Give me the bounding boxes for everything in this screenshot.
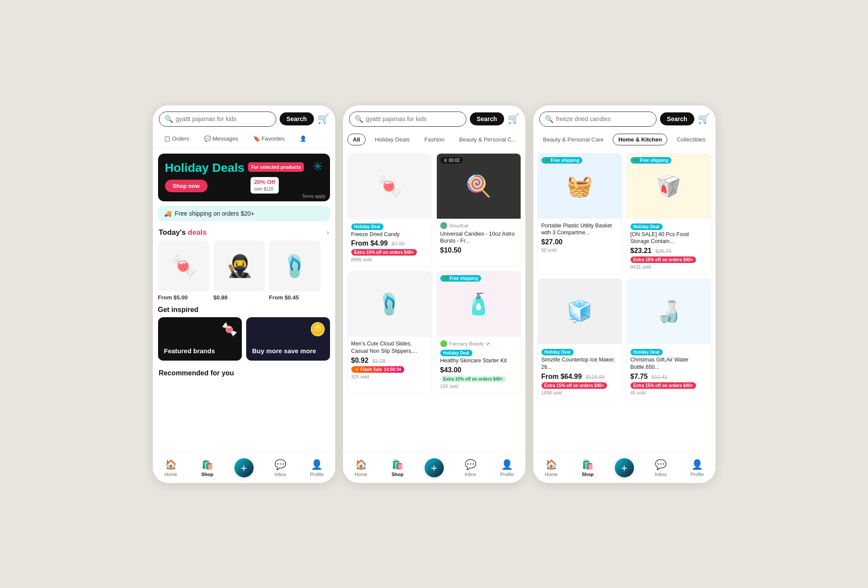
product-title-universal: Universal Candies - 10oz Astro Bursts - … — [440, 230, 517, 245]
product-sold-slides: 325 sold — [351, 374, 428, 379]
nav-shop-1[interactable]: 🛍️ Shop — [189, 459, 226, 477]
deals-chevron-icon[interactable]: › — [327, 229, 329, 237]
deal-item-3[interactable]: 🩴 From $0.45 — [269, 240, 320, 301]
nav-inbox-2[interactable]: 💬 Inbox — [452, 459, 489, 477]
nav-plus-2[interactable]: + — [416, 458, 452, 477]
cart-icon-2[interactable]: 🛒 — [508, 113, 519, 125]
featured-brands-card[interactable]: 🍬 Featured brands — [158, 317, 242, 361]
nav-home-2[interactable]: 🏠 Home — [343, 459, 380, 477]
product-card-slides[interactable]: 🩴 Men's Cute Cloud Slides, Casual Non Sl… — [347, 271, 432, 394]
product-card-universal[interactable]: 🍭 ⏸ 00:02 Smurfcat Universal Candies - 1… — [436, 153, 521, 267]
home-label-3: Home — [545, 472, 558, 477]
buy-more-card[interactable]: 🪙 Buy more save more — [246, 317, 330, 361]
product-discount-storage: Extra 15% off on orders $40+ — [630, 256, 696, 263]
shop-label-2: Shop — [392, 472, 404, 477]
tab-account[interactable]: 👤 — [294, 133, 312, 145]
search-input-wrap-2[interactable]: 🔍 — [349, 112, 466, 127]
nav-home-1[interactable]: 🏠 Home — [153, 459, 189, 477]
seller-row-universal: Smurfcat — [440, 222, 517, 229]
tab-fashion-2[interactable]: Fashion — [419, 134, 450, 145]
search-input-wrap-3[interactable]: 🔍 — [539, 112, 657, 127]
home-label-2: Home — [355, 472, 367, 477]
seller-row-skincare: Farmacy Beauty ✔ — [440, 340, 517, 347]
product-card-bottle[interactable]: 🍶 Holiday Deal Christmas Gift,Air Water … — [627, 279, 711, 400]
phone-3: 🔍 Search 🛒 Beauty & Personal Care Home &… — [533, 105, 716, 483]
product-info-freeze-dried: Holiday Deal Freeze Dried Candy From $4.… — [348, 219, 432, 267]
product-img-basket: 🧺 🌿 Free shipping — [538, 154, 622, 219]
tab-messages[interactable]: 💬 Messages — [198, 133, 244, 145]
shop-label-3: Shop — [582, 472, 594, 477]
deal-item-1[interactable]: 🍬 From $5.00 — [158, 240, 209, 301]
tab-home-kitchen-3[interactable]: Home & Kitchen — [613, 134, 667, 145]
nav-inbox-1[interactable]: 💬 Inbox — [262, 459, 299, 477]
deal-img-3: 🩴 — [269, 240, 320, 292]
get-inspired-title: Get inspired — [158, 306, 330, 314]
inbox-icon-3: 💬 — [655, 459, 667, 470]
product-price-bottle: $7.75 — [630, 373, 648, 381]
product-card-basket[interactable]: 🧺 🌿 Free shipping Portable Plastic Utili… — [538, 153, 622, 275]
nav-plus-1[interactable]: + — [226, 458, 262, 477]
plus-button-1[interactable]: + — [234, 458, 254, 477]
product-title-storage: [ON SALE] 40 Pcs Food Storage Contain... — [630, 231, 707, 246]
search-input-wrap-1[interactable]: 🔍 — [159, 112, 276, 127]
deal-item-2[interactable]: 🥷 $0.88 — [214, 240, 265, 301]
nav-inbox-3[interactable]: 💬 Inbox — [643, 459, 679, 477]
truck-icon: 🚚 — [164, 210, 172, 217]
tab-favorites[interactable]: 🔖 Favorites — [248, 133, 290, 145]
holiday-deal-badge-bottle: Holiday Deal — [630, 349, 663, 355]
nav-plus-3[interactable]: + — [606, 458, 643, 477]
tab-holiday-2[interactable]: Holiday Deals — [369, 134, 415, 145]
nav-shop-3[interactable]: 🛍️ Shop — [570, 459, 606, 477]
product-card-freeze-dried[interactable]: 🍬 Holiday Deal Freeze Dried Candy From $… — [347, 153, 432, 267]
plus-button-3[interactable]: + — [615, 458, 634, 477]
deals-row: 🍬 From $5.00 🥷 $0.88 🩴 From $0.45 — [153, 240, 335, 306]
nav-profile-3[interactable]: 👤 Profile — [679, 459, 716, 477]
product-info-storage: Holiday Deal [ON SALE] 40 Pcs Food Stora… — [627, 219, 711, 274]
tab-beauty-3[interactable]: Beauty & Personal Care — [538, 134, 609, 145]
inbox-label-3: Inbox — [655, 472, 667, 477]
cart-icon-3[interactable]: 🛒 — [698, 113, 710, 125]
tab-el-3[interactable]: El... — [715, 134, 716, 145]
nav-home-3[interactable]: 🏠 Home — [533, 459, 570, 477]
product-price-skincare: $43.00 — [440, 366, 462, 374]
product-discount-skincare: Extra 15% off on orders $40+ — [440, 376, 506, 382]
product-discount-freeze-dried: Extra 15% off on orders $40+ — [351, 249, 417, 256]
shop-now-button[interactable]: Shop now — [165, 180, 208, 192]
search-input-1[interactable] — [176, 115, 271, 122]
tab-collectibles-3[interactable]: Collectibles — [671, 134, 711, 145]
search-button-1[interactable]: Search — [280, 112, 314, 125]
banner-badge: For selected products — [248, 162, 304, 172]
cart-icon-1[interactable]: 🛒 — [317, 113, 329, 125]
search-button-2[interactable]: Search — [470, 112, 504, 125]
product-sold-basket: 50 sold — [541, 247, 618, 253]
product-sold-storage: 9431 sold — [630, 264, 707, 269]
holiday-deal-badge-skincare: Holiday Deal — [440, 350, 472, 356]
product-orig-slides: $2.28 — [373, 358, 386, 364]
search-input-2[interactable] — [366, 115, 461, 122]
nav-profile-2[interactable]: 👤 Profile — [489, 459, 525, 477]
seller-name-skincare: Farmacy Beauty — [449, 341, 484, 346]
search-input-3[interactable] — [556, 115, 651, 122]
nav-profile-1[interactable]: 👤 Profile — [299, 459, 335, 477]
tab-all-2[interactable]: All — [347, 134, 366, 145]
tab-beauty-2[interactable]: Beauty & Personal C... — [454, 134, 522, 145]
recommended-title: Recommended for you — [153, 366, 335, 380]
search-button-3[interactable]: Search — [660, 112, 694, 125]
seller-avatar-skincare — [440, 340, 447, 347]
plus-button-2[interactable]: + — [425, 458, 444, 477]
product-card-skincare[interactable]: 🧴 🌿 Free shipping Farmacy Beauty ✔ Holid… — [436, 271, 521, 394]
seller-avatar-universal — [440, 222, 447, 229]
phones-container: 🔍 Search 🛒 📋 Orders 💬 Messages 🔖 Favorit… — [153, 105, 716, 483]
product-orig-bottle: $11.41 — [652, 374, 668, 380]
product-img-icemaker: 🧊 — [538, 279, 622, 344]
product-card-icemaker[interactable]: 🧊 Holiday Deal Simzlife Countertop Ice M… — [538, 279, 622, 400]
profile-icon-2: 👤 — [501, 459, 513, 470]
inbox-icon-1: 💬 — [274, 459, 286, 470]
product-card-storage[interactable]: 🥡 🌿 Free shipping Holiday Deal [ON SALE]… — [627, 153, 711, 275]
bottom-nav-2: 🏠 Home 🛍️ Shop + 💬 Inbox 👤 Profile — [343, 453, 525, 483]
nav-shop-2[interactable]: 🛍️ Shop — [380, 459, 416, 477]
product-info-icemaker: Holiday Deal Simzlife Countertop Ice Mak… — [538, 344, 622, 400]
profile-label-2: Profile — [500, 472, 514, 477]
tab-orders[interactable]: 📋 Orders — [158, 133, 195, 145]
product-title-basket: Portable Plastic Utility Basket with 3 C… — [541, 222, 618, 237]
